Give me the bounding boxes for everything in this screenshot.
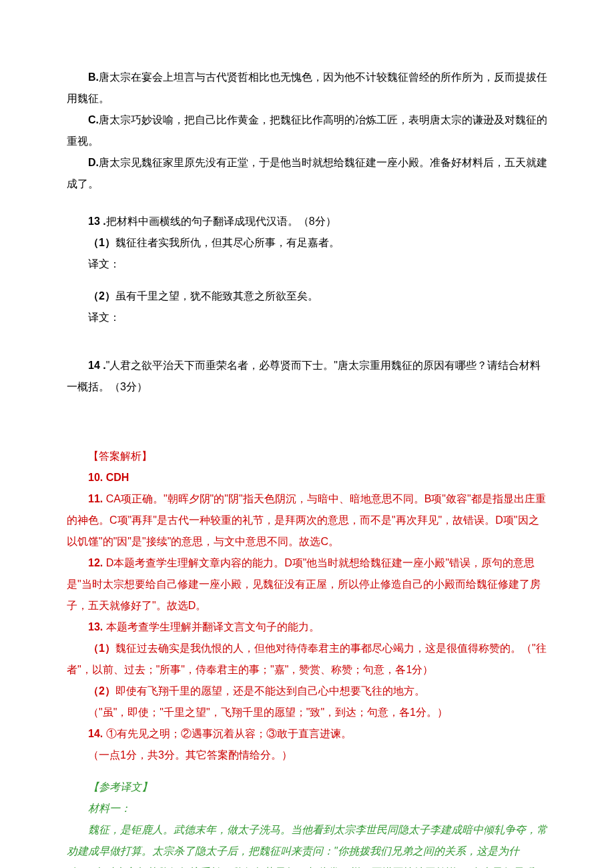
q14-stem: "人君之欲平治天下而垂荣名者，必尊贤而下士。"唐太宗重用魏征的原因有哪些？请结合… [67, 360, 541, 392]
document-body: B.唐太宗在宴会上坦言与古代贤哲相比也无愧色，因为他不计较魏征曾经的所作所为，反… [67, 67, 547, 868]
spacer [67, 414, 547, 430]
q13-translation-2: 译文： [67, 307, 547, 328]
a13-p2-text: 即使有飞翔千里的愿望，还是不能达到自己心中想要飞往的地方。 [115, 685, 425, 697]
a11-text: CA项正确。"朝晖夕阴"的"阴"指天色阴沉，与暗中、暗地意思不同。B项"敛容"都… [67, 493, 546, 547]
answer-header: 【答案解析】 [67, 446, 547, 467]
q13-stem: 把材料中画横线的句子翻译成现代汉语。（8分） [106, 215, 336, 227]
answer-13-p2: （2）即使有飞翔千里的愿望，还是不能达到自己心中想要飞往的地方。 [67, 681, 547, 702]
spacer [67, 195, 547, 211]
reference-material-label-text: 材料一： [88, 803, 131, 814]
answer-11: 11. CA项正确。"朝晖夕阴"的"阴"指天色阴沉，与暗中、暗地意思不同。B项"… [67, 488, 547, 552]
a13-text: 本题考查学生理解并翻译文言文句子的能力。 [103, 621, 319, 632]
option-b: B.唐太宗在宴会上坦言与古代贤哲相比也无愧色，因为他不计较魏征曾经的所作所为，反… [67, 67, 547, 109]
q13-number: 13 . [88, 215, 106, 227]
q13-part1: （1）魏征往者实我所仇，但其尽心所事，有足嘉者。 [67, 232, 547, 254]
a14-num: 14. [88, 728, 103, 739]
a13-p1-label: （1） [88, 642, 115, 654]
answer-header-text: 【答案解析】 [88, 450, 152, 462]
answer-10: 10. CDH [67, 467, 547, 488]
option-d-text: 唐太宗见魏征家里原先没有正堂，于是他当时就想给魏征建一座小殿。准备好材料后，五天… [67, 157, 547, 189]
q13-translation-1: 译文： [67, 254, 547, 275]
option-d-label: D. [88, 157, 99, 168]
a13-num: 13. [88, 621, 103, 632]
q13-p2-text: 虽有千里之望，犹不能致其意之所欲至矣。 [115, 290, 318, 302]
option-b-label: B. [88, 71, 99, 83]
reference-text-content: 魏征，是钜鹿人。武德末年，做太子洗马。当他看到太宗李世民同隐太子李建成暗中倾轧争… [67, 824, 547, 868]
a13-p2-label: （2） [88, 685, 115, 697]
q13-trans-label-2: 译文： [88, 312, 120, 323]
a10-num: 10. [88, 472, 103, 483]
spacer [67, 344, 547, 355]
a10-text: CDH [103, 472, 129, 483]
spacer [67, 328, 547, 344]
option-c-text: 唐太宗巧妙设喻，把自己比作黄金，把魏征比作高明的冶炼工匠，表明唐太宗的谦逊及对魏… [67, 114, 547, 147]
reference-text: 魏征，是钜鹿人。武德末年，做太子洗马。当他看到太宗李世民同隐太子李建成暗中倾轧争… [67, 819, 547, 868]
answer-13-p1: （1）魏征过去确实是我仇恨的人，但他对待侍奉君主的事都尽心竭力，这是很值得称赞的… [67, 638, 547, 681]
answer-13: 13. 本题考查学生理解并翻译文言文句子的能力。 [67, 616, 547, 638]
q13-p2-label: （2） [88, 290, 115, 302]
a12-text: D本题考查学生理解文章内容的能力。D项"他当时就想给魏征建一座小殿"错误，原句的… [67, 557, 541, 611]
option-b-text: 唐太宗在宴会上坦言与古代贤哲相比也无愧色，因为他不计较魏征曾经的所作所为，反而提… [67, 71, 547, 104]
q13-p1-text: 魏征往者实我所仇，但其尽心所事，有足嘉者。 [115, 237, 340, 248]
reference-header: 【参考译文】 [67, 777, 547, 798]
option-d: D.唐太宗见魏征家里原先没有正堂，于是他当时就想给魏征建一座小殿。准备好材料后，… [67, 152, 547, 195]
a13-p1-text: 魏征过去确实是我仇恨的人，但他对待侍奉君主的事都尽心竭力，这是很值得称赞的。（"… [67, 642, 547, 675]
spacer [67, 275, 547, 286]
reference-material-label: 材料一： [67, 798, 547, 819]
question-13: 13 .把材料中画横线的句子翻译成现代汉语。（8分） [67, 211, 547, 232]
answer-14-note: （一点1分，共3分。其它答案酌情给分。） [67, 745, 547, 766]
a14-note-text: （一点1分，共3分。其它答案酌情给分。） [88, 749, 292, 761]
spacer [67, 398, 547, 414]
a12-num: 12. [88, 557, 103, 568]
answer-12: 12. D本题考查学生理解文章内容的能力。D项"他当时就想给魏征建一座小殿"错误… [67, 552, 547, 616]
option-c-label: C. [88, 114, 99, 125]
option-c: C.唐太宗巧妙设喻，把自己比作黄金，把魏征比作高明的冶炼工匠，表明唐太宗的谦逊及… [67, 109, 547, 152]
answer-13-p2-note: （"虽"，即使；"千里之望"，飞翔千里的愿望；"致"，到达；句意，各1分。） [67, 702, 547, 723]
a11-num: 11. [88, 493, 103, 504]
q13-p1-label: （1） [88, 237, 115, 248]
a14-text: ①有先见之明；②遇事沉着从容；③敢于直言进谏。 [103, 728, 351, 739]
reference-section: 【参考译文】 材料一： 魏征，是钜鹿人。武德末年，做太子洗马。当他看到太宗李世民… [67, 777, 547, 868]
answer-14: 14. ①有先见之明；②遇事沉着从容；③敢于直言进谏。 [67, 723, 547, 745]
a13-p2-note-text: （"虽"，即使；"千里之望"，飞翔千里的愿望；"致"，到达；句意，各1分。） [88, 707, 448, 718]
q14-number: 14 . [88, 360, 106, 371]
spacer [67, 430, 547, 446]
q13-part2: （2）虽有千里之望，犹不能致其意之所欲至矣。 [67, 286, 547, 307]
spacer [67, 766, 547, 777]
q13-trans-label-1: 译文： [88, 258, 120, 270]
question-14: 14 ."人君之欲平治天下而垂荣名者，必尊贤而下士。"唐太宗重用魏征的原因有哪些… [67, 355, 547, 398]
answer-section: 【答案解析】 10. CDH 11. CA项正确。"朝晖夕阴"的"阴"指天色阴沉… [67, 446, 547, 766]
reference-header-text: 【参考译文】 [88, 781, 152, 793]
